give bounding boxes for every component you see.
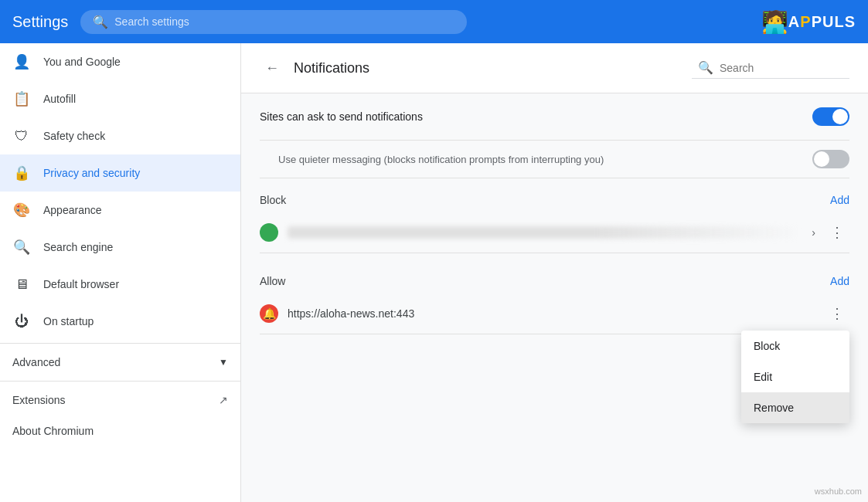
- global-search-bar[interactable]: 🔍: [80, 10, 467, 34]
- sidebar-label-safety-check: Safety check: [43, 130, 105, 142]
- sites-can-ask-toggle[interactable]: [812, 107, 849, 126]
- sidebar-item-search-engine[interactable]: 🔍 Search engine: [0, 229, 240, 266]
- page-header: ← Notifications 🔍: [241, 43, 868, 93]
- sidebar-item-you-and-google[interactable]: 👤 You and Google: [0, 43, 240, 80]
- external-link-icon: ↗: [219, 394, 228, 406]
- sites-can-ask-label: Sites can ask to send notifications: [260, 110, 800, 123]
- sidebar-label-privacy-security: Privacy and security: [43, 167, 140, 179]
- logo-area: 🧑‍💻 APPULS: [761, 9, 856, 35]
- sidebar-divider-2: [0, 381, 240, 382]
- logo-emoji: 🧑‍💻: [761, 9, 788, 35]
- logo-text: APPULS: [788, 13, 856, 31]
- lock-icon: 🔒: [12, 164, 31, 182]
- browser-icon: 🖥: [12, 275, 31, 293]
- back-button[interactable]: ←: [260, 56, 284, 80]
- quieter-toggle-knob: [814, 151, 829, 167]
- chevron-down-icon: ▼: [219, 357, 228, 368]
- block-section-title: Block: [260, 194, 830, 206]
- sidebar-item-autofill[interactable]: 📋 Autofill: [0, 80, 240, 117]
- quieter-messaging-toggle[interactable]: [812, 150, 849, 168]
- sidebar: 👤 You and Google 📋 Autofill 🛡 Safety che…: [0, 43, 241, 502]
- allow-section-header: Allow Add: [260, 259, 849, 293]
- sidebar-item-appearance[interactable]: 🎨 Appearance: [0, 192, 240, 229]
- search-icon: 🔍: [93, 15, 108, 29]
- blocked-site-url: [288, 226, 802, 239]
- sidebar-label-about: About Chromium: [12, 425, 94, 437]
- search-engine-icon: 🔍: [12, 238, 31, 256]
- allow-section-title: Allow: [260, 275, 830, 287]
- context-menu-block[interactable]: Block: [741, 331, 849, 361]
- page-search-icon: 🔍: [698, 60, 713, 75]
- block-section-header: Block Add: [260, 178, 849, 212]
- sidebar-label-autofill: Autofill: [43, 93, 76, 105]
- sidebar-label-extensions: Extensions: [12, 394, 65, 406]
- shield-icon: 🛡: [12, 127, 31, 145]
- startup-icon: ⏻: [12, 312, 31, 331]
- palette-icon: 🎨: [12, 201, 31, 219]
- blocked-site-more-button[interactable]: ⋮: [825, 220, 849, 245]
- sites-can-ask-row: Sites can ask to send notifications: [260, 93, 849, 141]
- sidebar-item-extensions[interactable]: Extensions ↗: [0, 385, 240, 416]
- page-search-input[interactable]: [720, 62, 843, 74]
- allowed-site-icon: 🔔: [260, 304, 278, 323]
- quieter-messaging-row: Use quieter messaging (blocks notificati…: [260, 141, 849, 178]
- allowed-site-more-button[interactable]: ⋮: [825, 301, 849, 326]
- page-title: Notifications: [294, 60, 682, 76]
- sidebar-label-you-and-google: You and Google: [43, 56, 121, 68]
- sidebar-item-privacy-security[interactable]: 🔒 Privacy and security: [0, 154, 240, 192]
- context-menu-edit[interactable]: Edit: [741, 361, 849, 392]
- watermark: wsxhub.com: [815, 487, 862, 496]
- global-search-input[interactable]: [114, 15, 454, 28]
- app-title: Settings: [12, 13, 68, 31]
- allowed-site-item: 🔔 https://aloha-news.net:443 ⋮ Block Edi…: [260, 293, 849, 334]
- main-content: ← Notifications 🔍 Sites can ask to send …: [241, 43, 868, 502]
- person-icon: 👤: [12, 53, 31, 71]
- sidebar-item-about-chromium[interactable]: About Chromium: [0, 416, 240, 446]
- sidebar-label-advanced: Advanced: [12, 356, 60, 368]
- toggle-knob: [832, 109, 848, 124]
- sidebar-label-search-engine: Search engine: [43, 241, 113, 253]
- blocked-site-icon: [260, 223, 278, 242]
- app-header: Settings 🔍 🧑‍💻 APPULS: [0, 0, 868, 43]
- blocked-site-item: › ⋮: [260, 212, 849, 253]
- blocked-site-chevron: ›: [812, 226, 815, 239]
- allowed-site-url: https://aloha-news.net:443: [288, 307, 815, 320]
- block-add-button[interactable]: Add: [830, 194, 849, 206]
- autofill-icon: 📋: [12, 90, 31, 108]
- sidebar-item-safety-check[interactable]: 🛡 Safety check: [0, 117, 240, 154]
- sidebar-divider: [0, 343, 240, 344]
- sidebar-advanced-section[interactable]: Advanced ▼: [0, 347, 240, 378]
- sidebar-item-on-startup[interactable]: ⏻ On startup: [0, 303, 240, 340]
- context-menu-remove[interactable]: Remove: [741, 392, 849, 423]
- sidebar-label-default-browser: Default browser: [43, 278, 119, 290]
- page-search-bar[interactable]: 🔍: [692, 57, 849, 79]
- sidebar-label-appearance: Appearance: [43, 204, 102, 216]
- sidebar-item-default-browser[interactable]: 🖥 Default browser: [0, 266, 240, 303]
- sidebar-label-on-startup: On startup: [43, 315, 94, 327]
- settings-body: Sites can ask to send notifications Use …: [241, 93, 868, 334]
- main-layout: 👤 You and Google 📋 Autofill 🛡 Safety che…: [0, 43, 868, 502]
- quieter-messaging-label: Use quieter messaging (blocks notificati…: [278, 154, 800, 165]
- context-menu: Block Edit Remove: [741, 331, 849, 423]
- allow-add-button[interactable]: Add: [830, 275, 849, 287]
